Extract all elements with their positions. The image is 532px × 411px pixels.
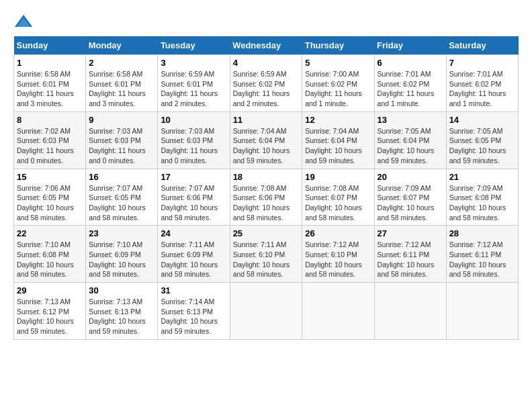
day-number: 5 — [305, 58, 371, 68]
day-number: 24 — [161, 228, 226, 238]
calendar-cell: 22Sunrise: 7:10 AMSunset: 6:08 PMDayligh… — [14, 226, 86, 283]
calendar-cell: 9Sunrise: 7:03 AMSunset: 6:03 PMDaylight… — [86, 111, 158, 169]
day-info: Sunrise: 7:11 AMSunset: 6:10 PMDaylight:… — [233, 240, 300, 279]
day-number: 2 — [89, 58, 154, 68]
day-info: Sunrise: 6:59 AMSunset: 6:01 PMDaylight:… — [161, 69, 226, 109]
day-number: 20 — [378, 172, 443, 182]
day-info: Sunrise: 7:04 AMSunset: 6:04 PMDaylight:… — [305, 126, 371, 166]
day-number: 7 — [449, 58, 515, 68]
calendar-cell — [374, 283, 446, 340]
day-info: Sunrise: 7:01 AMSunset: 6:02 PMDaylight:… — [449, 69, 515, 109]
day-number: 17 — [161, 172, 226, 182]
weekday-header-friday: Friday — [374, 36, 446, 55]
calendar-cell: 15Sunrise: 7:06 AMSunset: 6:05 PMDayligh… — [14, 169, 86, 226]
calendar-table: SundayMondayTuesdayWednesdayThursdayFrid… — [13, 36, 519, 340]
day-info: Sunrise: 7:05 AMSunset: 6:05 PMDaylight:… — [449, 126, 515, 166]
calendar-cell: 17Sunrise: 7:07 AMSunset: 6:06 PMDayligh… — [158, 169, 230, 226]
calendar-cell: 25Sunrise: 7:11 AMSunset: 6:10 PMDayligh… — [230, 226, 302, 283]
calendar-cell — [230, 283, 302, 340]
calendar-cell — [302, 283, 374, 340]
day-info: Sunrise: 6:59 AMSunset: 6:02 PMDaylight:… — [233, 69, 300, 109]
day-info: Sunrise: 7:03 AMSunset: 6:03 PMDaylight:… — [161, 126, 226, 166]
day-number: 13 — [378, 115, 443, 125]
day-number: 21 — [449, 172, 515, 182]
calendar-cell: 13Sunrise: 7:05 AMSunset: 6:04 PMDayligh… — [374, 111, 446, 169]
calendar-cell: 27Sunrise: 7:12 AMSunset: 6:11 PMDayligh… — [374, 226, 446, 283]
calendar-cell: 24Sunrise: 7:11 AMSunset: 6:09 PMDayligh… — [158, 226, 230, 283]
calendar-cell: 11Sunrise: 7:04 AMSunset: 6:04 PMDayligh… — [230, 111, 302, 169]
day-info: Sunrise: 7:13 AMSunset: 6:13 PMDaylight:… — [89, 297, 154, 336]
calendar-cell: 14Sunrise: 7:05 AMSunset: 6:05 PMDayligh… — [446, 111, 518, 169]
day-info: Sunrise: 7:02 AMSunset: 6:03 PMDaylight:… — [17, 126, 83, 166]
day-info: Sunrise: 7:05 AMSunset: 6:04 PMDaylight:… — [378, 126, 443, 166]
day-info: Sunrise: 7:03 AMSunset: 6:03 PMDaylight:… — [89, 126, 154, 166]
day-info: Sunrise: 7:12 AMSunset: 6:11 PMDaylight:… — [378, 240, 443, 279]
calendar-cell: 20Sunrise: 7:09 AMSunset: 6:07 PMDayligh… — [374, 169, 446, 226]
day-info: Sunrise: 7:08 AMSunset: 6:07 PMDaylight:… — [305, 183, 371, 223]
weekday-header-tuesday: Tuesday — [158, 36, 230, 55]
day-info: Sunrise: 7:10 AMSunset: 6:08 PMDaylight:… — [17, 240, 83, 279]
day-number: 26 — [305, 228, 371, 238]
day-info: Sunrise: 7:11 AMSunset: 6:09 PMDaylight:… — [161, 240, 226, 279]
day-number: 27 — [378, 228, 443, 238]
day-number: 18 — [233, 172, 300, 182]
calendar-cell: 4Sunrise: 6:59 AMSunset: 6:02 PMDaylight… — [230, 55, 302, 112]
day-number: 3 — [161, 58, 226, 68]
day-number: 30 — [89, 285, 154, 295]
weekday-header-saturday: Saturday — [446, 36, 518, 55]
page-header — [13, 13, 519, 30]
day-number: 9 — [89, 115, 154, 125]
day-info: Sunrise: 7:14 AMSunset: 6:13 PMDaylight:… — [161, 297, 226, 336]
weekday-header-wednesday: Wednesday — [230, 36, 302, 55]
day-info: Sunrise: 7:04 AMSunset: 6:04 PMDaylight:… — [233, 126, 300, 166]
calendar-cell: 10Sunrise: 7:03 AMSunset: 6:03 PMDayligh… — [158, 111, 230, 169]
weekday-header-monday: Monday — [86, 36, 158, 55]
day-number: 23 — [89, 228, 154, 238]
day-number: 29 — [17, 285, 83, 295]
day-number: 10 — [161, 115, 226, 125]
day-number: 16 — [89, 172, 154, 182]
calendar-cell: 12Sunrise: 7:04 AMSunset: 6:04 PMDayligh… — [302, 111, 374, 169]
calendar-cell: 5Sunrise: 7:00 AMSunset: 6:02 PMDaylight… — [302, 55, 374, 112]
calendar-cell: 1Sunrise: 6:58 AMSunset: 6:01 PMDaylight… — [14, 55, 86, 112]
calendar-cell: 21Sunrise: 7:09 AMSunset: 6:08 PMDayligh… — [446, 169, 518, 226]
day-info: Sunrise: 7:09 AMSunset: 6:07 PMDaylight:… — [378, 183, 443, 223]
day-number: 14 — [449, 115, 515, 125]
calendar-cell: 3Sunrise: 6:59 AMSunset: 6:01 PMDaylight… — [158, 55, 230, 112]
calendar-cell: 16Sunrise: 7:07 AMSunset: 6:05 PMDayligh… — [86, 169, 158, 226]
day-info: Sunrise: 7:07 AMSunset: 6:06 PMDaylight:… — [161, 183, 226, 223]
day-number: 22 — [17, 228, 83, 238]
day-number: 11 — [233, 115, 300, 125]
day-info: Sunrise: 7:08 AMSunset: 6:06 PMDaylight:… — [233, 183, 300, 223]
day-number: 8 — [17, 115, 83, 125]
logo — [13, 13, 36, 30]
calendar-cell: 19Sunrise: 7:08 AMSunset: 6:07 PMDayligh… — [302, 169, 374, 226]
calendar-cell: 8Sunrise: 7:02 AMSunset: 6:03 PMDaylight… — [14, 111, 86, 169]
calendar-cell: 6Sunrise: 7:01 AMSunset: 6:02 PMDaylight… — [374, 55, 446, 112]
day-info: Sunrise: 7:01 AMSunset: 6:02 PMDaylight:… — [378, 69, 443, 109]
calendar-cell: 30Sunrise: 7:13 AMSunset: 6:13 PMDayligh… — [86, 283, 158, 340]
day-info: Sunrise: 7:09 AMSunset: 6:08 PMDaylight:… — [449, 183, 515, 223]
day-info: Sunrise: 7:10 AMSunset: 6:09 PMDaylight:… — [89, 240, 154, 279]
day-number: 19 — [305, 172, 371, 182]
day-info: Sunrise: 7:13 AMSunset: 6:12 PMDaylight:… — [17, 297, 83, 336]
day-number: 6 — [378, 58, 443, 68]
weekday-header-sunday: Sunday — [14, 36, 86, 55]
day-number: 28 — [449, 228, 515, 238]
calendar-cell: 18Sunrise: 7:08 AMSunset: 6:06 PMDayligh… — [230, 169, 302, 226]
calendar-cell: 23Sunrise: 7:10 AMSunset: 6:09 PMDayligh… — [86, 226, 158, 283]
day-number: 1 — [17, 58, 83, 68]
day-number: 25 — [233, 228, 300, 238]
day-info: Sunrise: 7:12 AMSunset: 6:11 PMDaylight:… — [449, 240, 515, 279]
weekday-header-thursday: Thursday — [302, 36, 374, 55]
calendar-cell: 2Sunrise: 6:58 AMSunset: 6:01 PMDaylight… — [86, 55, 158, 112]
day-info: Sunrise: 7:07 AMSunset: 6:05 PMDaylight:… — [89, 183, 154, 223]
logo-icon — [13, 13, 34, 30]
day-number: 12 — [305, 115, 371, 125]
day-info: Sunrise: 7:00 AMSunset: 6:02 PMDaylight:… — [305, 69, 371, 109]
calendar-cell — [446, 283, 518, 340]
calendar-cell: 29Sunrise: 7:13 AMSunset: 6:12 PMDayligh… — [14, 283, 86, 340]
day-info: Sunrise: 6:58 AMSunset: 6:01 PMDaylight:… — [89, 69, 154, 109]
day-number: 4 — [233, 58, 300, 68]
day-info: Sunrise: 6:58 AMSunset: 6:01 PMDaylight:… — [17, 69, 83, 109]
